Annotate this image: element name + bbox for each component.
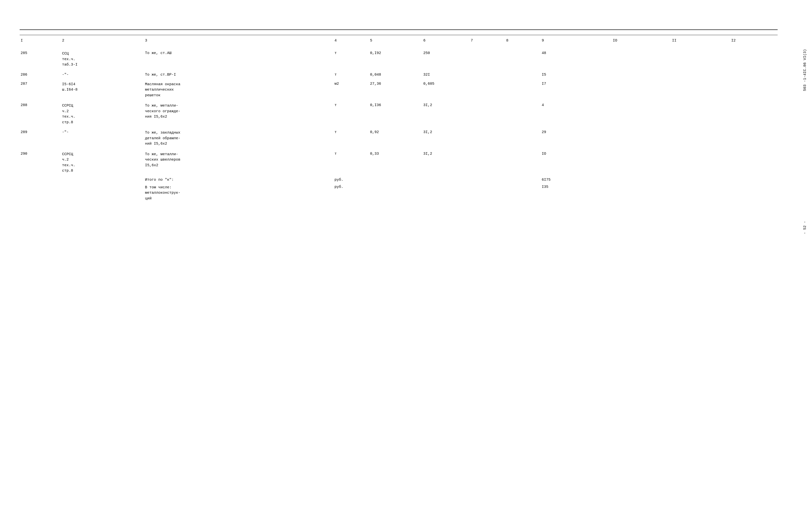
cell-val5: 0,33 — [369, 149, 422, 176]
cell-val12 — [730, 128, 778, 149]
cell-val5: 27,36 — [369, 79, 422, 101]
cell-val8 — [505, 128, 541, 149]
cell-val6: 3I,2 — [422, 101, 470, 128]
table-header-row: I 2 3 4 5 6 7 8 9 IO II I2 — [20, 35, 778, 46]
cell-val12 — [730, 149, 778, 176]
cell-val12 — [730, 183, 778, 203]
cell-val12 — [730, 101, 778, 128]
cell-val11 — [671, 149, 730, 176]
cell-ref: -"- — [61, 70, 144, 79]
cell-val6 — [422, 183, 470, 203]
cell-val7 — [470, 46, 505, 70]
cell-val7 — [470, 70, 505, 79]
cell-val5 — [369, 176, 422, 183]
cell-val9: I35 — [541, 183, 612, 203]
cell-id: 287 — [20, 79, 61, 101]
cell-val8 — [505, 101, 541, 128]
cell-val6: 250 — [422, 46, 470, 70]
cell-val11 — [671, 101, 730, 128]
main-table: I 2 3 4 5 6 7 8 9 IO II I2 285 ССЦ тех.ч… — [20, 35, 778, 203]
cell-val10 — [612, 128, 671, 149]
cell-val5: 0,I36 — [369, 101, 422, 128]
table-row-total: Итого по "к": руб. 6I75 — [20, 176, 778, 183]
cell-id: 289 — [20, 128, 61, 149]
cell-ref — [61, 183, 144, 203]
header-col-1: I — [20, 35, 61, 46]
cell-id: 285 — [20, 46, 61, 70]
header-col-9: 9 — [541, 35, 612, 46]
cell-val9: IO — [541, 149, 612, 176]
cell-unit: т — [333, 149, 369, 176]
cell-desc: В том числе: металлоконструк- ций — [144, 183, 333, 203]
side-text-top: 503 -1-4IC.86 VI(3) — [803, 49, 808, 91]
header-col-4: 4 — [333, 35, 369, 46]
cell-val11 — [671, 128, 730, 149]
cell-val7 — [470, 183, 505, 203]
cell-val7 — [470, 128, 505, 149]
cell-unit: м2 — [333, 79, 369, 101]
cell-desc: То же, металли- ческого огражде- ния I5,… — [144, 101, 333, 128]
header-col-7: 7 — [470, 35, 505, 46]
cell-id — [20, 183, 61, 203]
cell-val7 — [470, 79, 505, 101]
cell-ref: ССРСЦ ч.2 тех.ч. стр.8 — [61, 149, 144, 176]
cell-val8 — [505, 79, 541, 101]
cell-unit: т — [333, 70, 369, 79]
cell-val8 — [505, 70, 541, 79]
cell-ref: -"- — [61, 128, 144, 149]
cell-id: 288 — [20, 101, 61, 128]
cell-val12 — [730, 46, 778, 70]
cell-val10 — [612, 79, 671, 101]
cell-ref — [61, 176, 144, 183]
header-col-6: 6 — [422, 35, 470, 46]
table-row: 290 ССРСЦ ч.2 тех.ч. стр.8 То же, металл… — [20, 149, 778, 176]
table-row: 288 ССРСЦ ч.2 тех.ч. стр.8 То же, металл… — [20, 101, 778, 128]
cell-val10 — [612, 183, 671, 203]
cell-val11 — [671, 176, 730, 183]
cell-val12 — [730, 79, 778, 101]
cell-val6: 0,605 — [422, 79, 470, 101]
cell-val5: 0,I92 — [369, 46, 422, 70]
cell-val7 — [470, 176, 505, 183]
cell-val8 — [505, 46, 541, 70]
table-row: 289 -"- То же, закладных деталей обрамле… — [20, 128, 778, 149]
cell-val9: 6I75 — [541, 176, 612, 183]
header-col-10: IO — [612, 35, 671, 46]
cell-val11 — [671, 79, 730, 101]
cell-ref: ССРСЦ ч.2 тех.ч. стр.8 — [61, 101, 144, 128]
cell-desc: Итого по "к": — [144, 176, 333, 183]
table-row: 285 ССЦ тех.ч. таб.3-I То же, ст.АШ т 0,… — [20, 46, 778, 70]
cell-val10 — [612, 176, 671, 183]
header-col-12: I2 — [730, 35, 778, 46]
cell-desc: Масляная окраска металлических решеток — [144, 79, 333, 101]
cell-val8 — [505, 149, 541, 176]
cell-val11 — [671, 183, 730, 203]
cell-val12 — [730, 70, 778, 79]
cell-val9: 48 — [541, 46, 612, 70]
cell-unit: т — [333, 101, 369, 128]
cell-desc: То же, закладных деталей обрамле- ний I5… — [144, 128, 333, 149]
header-col-11: II — [671, 35, 730, 46]
cell-val9: 4 — [541, 101, 612, 128]
header-col-2: 2 — [61, 35, 144, 46]
cell-val10 — [612, 149, 671, 176]
table-row-subtotal: В том числе: металлоконструк- ций руб. I… — [20, 183, 778, 203]
cell-val6: 3I,2 — [422, 149, 470, 176]
cell-val7 — [470, 101, 505, 128]
cell-val5 — [369, 183, 422, 203]
cell-val9: I5 — [541, 70, 612, 79]
cell-val6: 32I — [422, 70, 470, 79]
cell-val10 — [612, 70, 671, 79]
cell-unit: руб. — [333, 183, 369, 203]
cell-id: 290 — [20, 149, 61, 176]
cell-val8 — [505, 176, 541, 183]
header-col-8: 8 — [505, 35, 541, 46]
cell-unit: руб. — [333, 176, 369, 183]
cell-ref: I5-6I4 ш.I64-8 — [61, 79, 144, 101]
table-row: 286 -"- То же, ст.ВР-I т 0,048 32I I5 — [20, 70, 778, 79]
cell-unit: т — [333, 128, 369, 149]
cell-val12 — [730, 176, 778, 183]
cell-desc: То же, ст.АШ — [144, 46, 333, 70]
cell-id — [20, 176, 61, 183]
cell-val6 — [422, 176, 470, 183]
